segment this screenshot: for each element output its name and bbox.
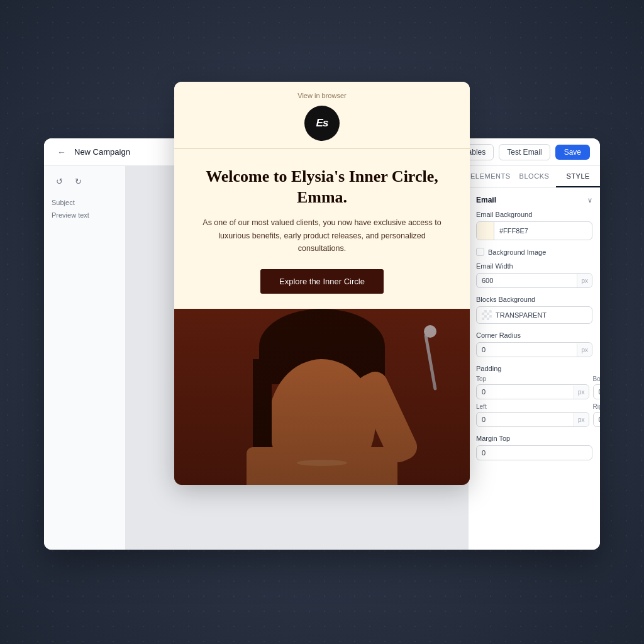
pad-left-label: Left (476, 403, 589, 410)
email-background-group: Email Background #FFF8E7 (476, 211, 592, 240)
back-button[interactable]: ← (54, 145, 69, 160)
email-width-input[interactable] (477, 274, 577, 287)
bg-image-label: Background Image (488, 248, 546, 256)
pad-right-label: Right (593, 403, 600, 410)
preview-field-row: Preview text (52, 211, 118, 219)
margin-top-input[interactable] (477, 446, 592, 460)
pad-right-group: Right px (593, 403, 600, 427)
blocks-bg-input[interactable]: TRANSPARENT (476, 306, 592, 324)
pad-right-input[interactable] (594, 413, 600, 426)
email-width-group: Email Width px (476, 262, 592, 288)
test-email-button[interactable]: Test Email (499, 144, 550, 160)
email-section-arrow: ∨ (587, 196, 592, 204)
email-hero-section: Welcome to Elysia's Inner Circle, Emma. … (174, 149, 470, 309)
corner-radius-input-row: px (476, 342, 592, 357)
pad-bottom-label: Bottom (593, 375, 600, 382)
email-section-title: Email (476, 196, 496, 204)
margin-top-label: Margin Top (476, 435, 592, 442)
preview-label: Preview text (52, 211, 118, 219)
email-width-unit: px (577, 274, 592, 287)
corner-radius-input[interactable] (477, 343, 577, 357)
email-bg-color-row[interactable]: #FFF8E7 (476, 221, 592, 240)
undo-redo-group: ↺ ↻ (52, 174, 118, 189)
tab-style[interactable]: STYLE (556, 166, 600, 187)
subject-field-row: Subject (52, 199, 118, 206)
style-panel: ELEMENTS BLOCKS STYLE Email ∨ Email Back… (468, 166, 600, 550)
email-width-label: Email Width (476, 262, 592, 270)
padding-group: Padding Top px Bottom (476, 365, 592, 427)
email-width-input-row: px (476, 273, 592, 288)
margin-top-input-row (476, 445, 592, 460)
pad-top-unit: px (574, 386, 589, 399)
pad-bottom-group: Bottom px (593, 375, 600, 399)
save-button[interactable]: Save (555, 145, 590, 160)
brand-logo: Es (304, 106, 340, 141)
logo-initials: Es (316, 117, 328, 130)
blocks-bg-label: Blocks Background (476, 296, 592, 303)
email-image-section (174, 309, 470, 485)
email-body-text: As one of our most valued clients, you n… (199, 216, 445, 255)
subject-label: Subject (52, 199, 118, 206)
email-bg-label: Email Background (476, 211, 592, 218)
email-header: View in browser Es (174, 82, 470, 148)
pad-right-input-row: px (593, 412, 600, 427)
margin-top-group: Margin Top (476, 435, 592, 460)
topbar-left: ← New Campaign (54, 145, 130, 160)
pad-top-input[interactable] (477, 385, 574, 399)
pad-top-input-row: px (476, 384, 589, 399)
email-bg-swatch (477, 222, 494, 240)
redo-button[interactable]: ↻ (70, 174, 86, 189)
pad-bottom-input[interactable] (594, 385, 600, 399)
email-section-header: Email ∨ (476, 196, 592, 204)
pad-left-input[interactable] (477, 413, 574, 426)
pad-top-label: Top (476, 375, 589, 382)
blocks-bg-value: TRANSPARENT (496, 311, 547, 319)
tab-elements[interactable]: ELEMENTS (469, 166, 513, 187)
transparent-swatch (482, 310, 492, 320)
pad-left-unit: px (574, 413, 589, 426)
view-in-browser-link[interactable]: View in browser (187, 92, 457, 99)
pad-bottom-input-row: px (593, 384, 600, 399)
corner-radius-group: Corner Radius px (476, 331, 592, 357)
corner-radius-unit: px (577, 343, 592, 357)
padding-grid: Top px Bottom px (476, 375, 592, 427)
padding-label: Padding (476, 365, 592, 372)
panel-tabs: ELEMENTS BLOCKS STYLE (469, 166, 600, 188)
tab-blocks[interactable]: BLOCKS (513, 166, 557, 187)
undo-button[interactable]: ↺ (52, 174, 67, 189)
blocks-bg-group: Blocks Background TRANSPARENT (476, 296, 592, 324)
pad-left-input-row: px (476, 412, 589, 427)
image-overlay (174, 309, 470, 485)
bg-image-row: Background Image (476, 248, 592, 256)
pad-top-group: Top px (476, 375, 589, 399)
email-cta-button[interactable]: Explore the Inner Circle (260, 269, 384, 294)
campaign-title: New Campaign (74, 147, 130, 157)
pad-left-group: Left px (476, 403, 589, 427)
style-panel-content: Email ∨ Email Background #FFF8E7 Backgro… (469, 188, 600, 550)
bg-image-checkbox[interactable] (476, 248, 484, 256)
email-bg-color-value[interactable]: #FFF8E7 (494, 227, 592, 235)
email-preview-card: View in browser Es Welcome to Elysia's I… (174, 82, 470, 485)
email-headline: Welcome to Elysia's Inner Circle, Emma. (199, 167, 445, 208)
corner-radius-label: Corner Radius (476, 331, 592, 339)
editor-left-panel: ↺ ↻ Subject Preview text (44, 166, 126, 550)
